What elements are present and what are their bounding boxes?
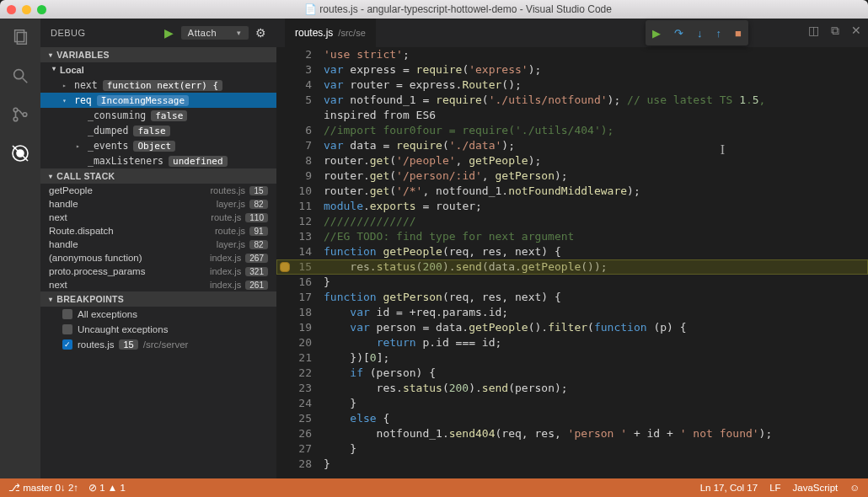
maximize-window[interactable] xyxy=(37,5,46,14)
eol-indicator[interactable]: LF xyxy=(769,483,780,493)
close-window[interactable] xyxy=(7,5,16,14)
callstack-row[interactable]: proto.process_paramsindex.js321 xyxy=(40,265,276,278)
problems[interactable]: ⊘ 1 ▲ 1 xyxy=(88,482,126,494)
language-mode[interactable]: JavaScript xyxy=(793,483,839,493)
callstack-row[interactable]: nextroute.js110 xyxy=(40,211,276,224)
var-dumped[interactable]: _dumped false xyxy=(40,123,276,138)
svg-point-9 xyxy=(17,150,24,157)
callstack-row[interactable]: handlelayer.js82 xyxy=(40,197,276,211)
bp-all-exceptions[interactable]: All exceptions xyxy=(40,307,276,322)
callstack-header[interactable]: CALL STACK xyxy=(40,168,276,184)
callstack-row[interactable]: Route.dispatchroute.js91 xyxy=(40,224,276,238)
stop-button[interactable]: ■ xyxy=(735,27,742,40)
debug-config-select[interactable]: Attach xyxy=(181,26,249,40)
var-next[interactable]: ▸next function next(err) { xyxy=(40,77,276,93)
var-events[interactable]: ▸_events Object xyxy=(40,138,276,153)
git-icon[interactable] xyxy=(8,103,32,126)
debug-icon[interactable] xyxy=(8,142,32,165)
start-debug-button[interactable]: ▶ xyxy=(164,26,174,40)
window-controls xyxy=(7,5,46,14)
split-editor-icon[interactable]: ◫ xyxy=(808,24,819,38)
debug-label: DEBUG xyxy=(51,28,86,38)
editor: routes.js/src/se ▶ ↷ ↓ ↑ ■ ◫ ⧉ ✕ I 23456… xyxy=(276,19,868,478)
breakpoints-header[interactable]: BREAKPOINTS xyxy=(40,291,276,307)
callstack-row[interactable]: handlelayer.js82 xyxy=(40,238,276,251)
scope-local[interactable]: Local xyxy=(40,62,276,77)
code-area[interactable]: 2345678910111213141516171819202122232425… xyxy=(276,47,868,478)
bp-file[interactable]: ✓routes.js 15 /src/server xyxy=(40,337,276,352)
git-branch[interactable]: ⎇ master 0↓ 2↑ xyxy=(8,482,78,494)
callstack-row[interactable]: getPeopleroutes.js15 xyxy=(40,184,276,197)
callstack-row[interactable]: nextindex.js261 xyxy=(40,278,276,291)
feedback-icon[interactable]: ☺ xyxy=(849,483,860,493)
svg-line-3 xyxy=(23,78,28,83)
svg-point-4 xyxy=(13,108,18,112)
tab-bar: routes.js/src/se xyxy=(276,19,868,47)
step-over-button[interactable]: ↷ xyxy=(674,27,683,40)
open-changes-icon[interactable]: ⧉ xyxy=(831,24,839,38)
step-out-button[interactable]: ↑ xyxy=(716,27,722,40)
step-into-button[interactable]: ↓ xyxy=(697,27,703,40)
status-bar: ⎇ master 0↓ 2↑ ⊘ 1 ▲ 1 Ln 17, Col 17 LF … xyxy=(0,478,868,497)
var-req[interactable]: ▾req IncomingMessage xyxy=(40,93,276,108)
svg-point-6 xyxy=(23,113,27,117)
minimize-window[interactable] xyxy=(22,5,31,14)
bp-uncaught-exceptions[interactable]: Uncaught exceptions xyxy=(40,322,276,337)
tab-routes[interactable]: routes.js/src/se xyxy=(285,19,376,47)
editor-actions: ◫ ⧉ ✕ xyxy=(808,24,861,38)
continue-button[interactable]: ▶ xyxy=(652,27,661,40)
callstack-row[interactable]: (anonymous function)index.js267 xyxy=(40,251,276,265)
activity-bar xyxy=(0,19,40,478)
window-title: routes.js - angular-typescript-hottowel-… xyxy=(55,3,861,15)
search-icon[interactable] xyxy=(8,64,32,88)
debug-settings-icon[interactable]: ⚙ xyxy=(255,26,267,40)
variables-header[interactable]: VARIABLES xyxy=(40,47,276,62)
debug-toolbar: ▶ ↷ ↓ ↑ ■ xyxy=(646,20,748,45)
titlebar: routes.js - angular-typescript-hottowel-… xyxy=(0,0,868,19)
svg-point-5 xyxy=(13,117,18,121)
close-editor-icon[interactable]: ✕ xyxy=(851,24,861,38)
cursor-position[interactable]: Ln 17, Col 17 xyxy=(700,483,758,493)
debug-sidebar: DEBUG ▶ Attach ⚙ VARIABLES Local ▸next f… xyxy=(40,19,276,478)
explorer-icon[interactable] xyxy=(8,25,32,49)
var-maxlisteners[interactable]: _maxListeners undefined xyxy=(40,153,276,168)
var-consuming[interactable]: _consuming false xyxy=(40,108,276,123)
svg-point-2 xyxy=(14,70,24,79)
